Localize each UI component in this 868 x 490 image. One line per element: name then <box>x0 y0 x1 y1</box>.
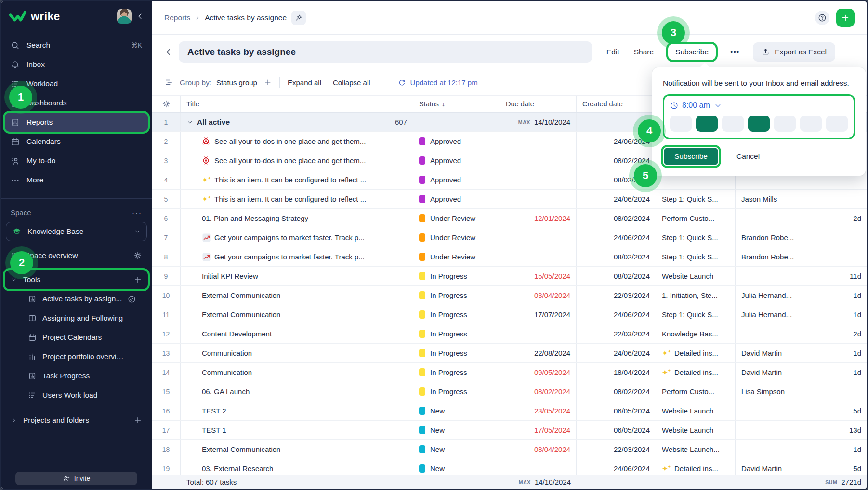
sidebar-item-projects-and-folders[interactable]: Projects and folders <box>5 411 148 430</box>
created-date-cell[interactable]: 06/05/2024 <box>577 401 656 420</box>
task-row[interactable]: 14 Communication In Progress 09/05/2024 … <box>152 363 867 382</box>
task-title-cell[interactable]: See all your to-dos in one place and get… <box>181 132 413 151</box>
assignee-cell[interactable] <box>736 440 811 459</box>
subscribe-button[interactable]: Subscribe <box>668 44 716 60</box>
task-title-cell[interactable]: Initial KPI Review <box>181 267 413 285</box>
folder-cell[interactable]: Website Launch... <box>656 440 736 459</box>
space-menu-icon[interactable]: ··· <box>132 208 142 217</box>
group-by-value[interactable]: Status group <box>216 78 257 87</box>
due-date-cell[interactable] <box>500 247 577 266</box>
due-date-cell[interactable]: 17/05/2024 <box>500 421 577 439</box>
folder-cell[interactable]: ✦ Detailed ins... <box>656 363 736 382</box>
task-title-cell[interactable]: TEST 1 <box>181 421 413 439</box>
folder-cell[interactable]: Step 1: Quick S... <box>656 190 736 208</box>
due-date-cell[interactable]: 03/04/2024 <box>500 286 577 305</box>
task-title-cell[interactable]: Get your campaigns to market faster. Tra… <box>181 247 413 266</box>
created-date-cell[interactable]: 08/02/2024 <box>577 247 656 266</box>
status-cell[interactable]: Approved <box>413 151 500 170</box>
sidebar-item-more[interactable]: More <box>5 170 148 190</box>
day-sa[interactable] <box>826 116 848 132</box>
created-date-cell[interactable]: 24/06/2024 <box>577 228 656 247</box>
group-title-cell[interactable]: All active 607 <box>181 113 413 131</box>
refresh-status[interactable]: Updated at 12:17 pm <box>398 78 478 87</box>
plus-icon[interactable] <box>133 416 142 425</box>
task-title-cell[interactable]: External Communication <box>181 440 413 459</box>
task-title-cell[interactable]: ✦ This is an item. It can be configured … <box>181 170 413 189</box>
sidebar-item-mytodo[interactable]: My to-do <box>5 151 148 170</box>
assignee-cell[interactable] <box>736 209 811 228</box>
chevron-down-icon[interactable] <box>11 276 17 283</box>
assignee-cell[interactable] <box>736 267 811 285</box>
task-row[interactable]: 12 Content Development In Progress 22/03… <box>152 324 867 344</box>
plus-icon[interactable] <box>133 275 142 284</box>
folder-cell[interactable]: Step 1: Quick S... <box>656 228 736 247</box>
assignee-cell[interactable]: Lisa Simpson <box>736 382 811 401</box>
report-title-input[interactable] <box>179 41 592 63</box>
created-date-cell[interactable]: 22/03/2024 <box>577 286 656 305</box>
folder-cell[interactable]: ✦ Detailed ins... <box>656 459 736 475</box>
due-date-cell[interactable]: 08/02/2024 <box>500 382 577 401</box>
chevron-right-icon[interactable] <box>11 417 17 424</box>
day-tu[interactable] <box>722 116 744 132</box>
tool-active-tasks-by-assignee[interactable]: Active tasks by assign... <box>1 289 152 309</box>
task-title-cell[interactable]: 01. Plan and Messaging Strategy <box>181 209 413 228</box>
folder-cell[interactable]: ✦ Detailed ins... <box>656 344 736 362</box>
assignee-cell[interactable]: Julia Hernand... <box>736 305 811 324</box>
due-date-cell[interactable]: 08/04/2024 <box>500 440 577 459</box>
created-date-cell[interactable]: 06/05/2024 <box>577 421 656 439</box>
popup-subscribe-button[interactable]: Subscribe <box>663 147 719 166</box>
help-button[interactable] <box>815 11 829 25</box>
tool-project-calendars[interactable]: Project Calendars <box>1 328 152 347</box>
folder-cell[interactable]: 1. Initiation, Ste... <box>656 286 736 305</box>
folder-cell[interactable]: Website Launch <box>656 401 736 420</box>
sidebar-item-inbox[interactable]: Inbox <box>5 55 148 74</box>
created-date-cell[interactable]: 18/04/2024 <box>577 363 656 382</box>
pin-button[interactable] <box>291 11 306 25</box>
invite-button[interactable]: Invite <box>15 472 137 485</box>
task-row[interactable]: 11 External Communication In Progress 17… <box>152 305 867 324</box>
status-cell[interactable]: Approved <box>413 170 500 189</box>
due-date-cell[interactable]: 17/07/2024 <box>500 305 577 324</box>
column-header-title[interactable]: Title <box>181 96 413 112</box>
collapse-all-button[interactable]: Collapse all <box>333 78 370 87</box>
task-row[interactable]: 15 06. GA Launch In Progress 08/02/2024 … <box>152 382 867 401</box>
gear-icon[interactable] <box>133 251 142 260</box>
expand-all-button[interactable]: Expand all <box>288 78 321 87</box>
task-row[interactable]: 17 TEST 1 New 17/05/2024 06/05/2024 <box>152 421 867 440</box>
task-title-cell[interactable]: See all your to-dos in one place and get… <box>181 151 413 170</box>
status-cell[interactable]: In Progress <box>413 267 500 285</box>
back-button[interactable] <box>164 48 173 56</box>
export-excel-button[interactable]: Export as Excel <box>753 42 835 62</box>
due-date-cell[interactable] <box>500 228 577 247</box>
due-date-cell[interactable] <box>500 459 577 475</box>
due-date-cell[interactable]: 12/01/2024 <box>500 209 577 228</box>
chevron-down-icon[interactable] <box>186 119 193 126</box>
plus-icon[interactable] <box>264 78 272 86</box>
sidebar-item-calendars[interactable]: Calendars <box>5 132 148 151</box>
task-title-cell[interactable]: External Communication <box>181 286 413 305</box>
day-mo[interactable] <box>696 116 718 132</box>
folder-cell[interactable]: Perform Custo... <box>656 382 736 401</box>
due-date-cell[interactable] <box>500 190 577 208</box>
created-date-cell[interactable]: 24/06/2024 <box>577 190 656 208</box>
tool-project-portfolio-overview[interactable]: Project portfolio overview <box>1 347 152 366</box>
sidebar-collapse-icon[interactable] <box>136 13 144 20</box>
status-cell[interactable]: Approved <box>413 132 500 151</box>
task-row[interactable]: 5 ✦ This is an item. It can be configure… <box>152 190 867 209</box>
day-su[interactable] <box>670 116 692 132</box>
more-menu-button[interactable]: ••• <box>730 48 739 56</box>
task-title-cell[interactable]: Communication <box>181 363 413 382</box>
status-cell[interactable]: In Progress <box>413 324 500 343</box>
created-date-cell[interactable]: 08/02/2024 <box>577 382 656 401</box>
tool-task-progress[interactable]: Task Progress <box>1 366 152 386</box>
status-cell[interactable]: In Progress <box>413 305 500 324</box>
tool-users-work-load[interactable]: Users Work load <box>1 386 152 405</box>
share-button[interactable]: Share <box>634 48 654 56</box>
sidebar-item-search[interactable]: Search ⌘K <box>5 36 148 55</box>
status-cell[interactable]: New <box>413 459 500 475</box>
edit-button[interactable]: Edit <box>606 48 619 56</box>
task-title-cell[interactable]: Content Development <box>181 324 413 343</box>
assignee-cell[interactable] <box>736 401 811 420</box>
due-date-cell[interactable]: 23/05/2024 <box>500 401 577 420</box>
column-header-due-date[interactable]: Due date <box>500 96 577 112</box>
